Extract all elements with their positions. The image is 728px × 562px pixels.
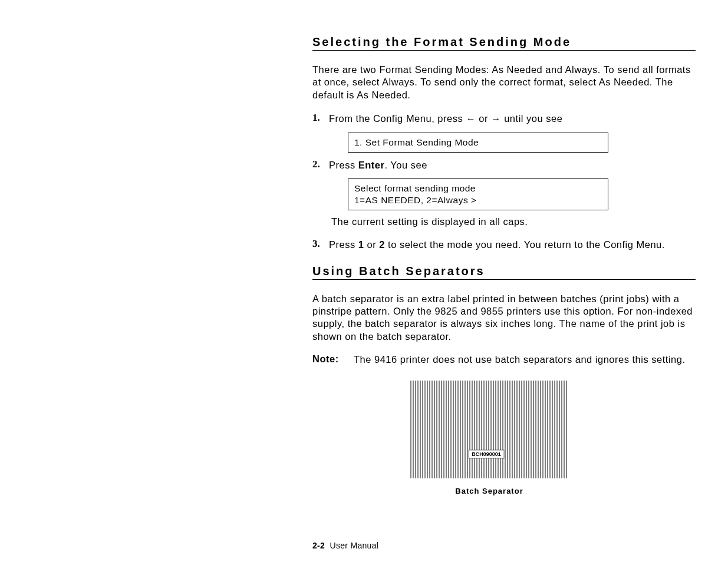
step-3: 3. Press 1 or 2 to select the mode you n… bbox=[312, 238, 696, 251]
intro-paragraph-1: There are two Format Sending Modes: As N… bbox=[312, 64, 696, 101]
step-number: 1. bbox=[312, 112, 329, 125]
footer-title: User Manual bbox=[330, 541, 379, 550]
step-2-note: The current setting is displayed in all … bbox=[331, 216, 696, 227]
step-text: From the Config Menu, press ← or → until… bbox=[329, 112, 696, 125]
figure-caption: Batch Separator bbox=[395, 487, 584, 495]
lcd-line-1: Select format sending mode bbox=[354, 183, 602, 194]
arrow-right-icon: → bbox=[491, 113, 501, 124]
note-block: Note: The 9416 printer does not use batc… bbox=[312, 353, 696, 366]
lcd-display: 1. Set Format Sending Mode bbox=[348, 133, 608, 153]
note-label: Note: bbox=[312, 353, 354, 365]
text: . You see bbox=[384, 160, 427, 170]
batch-separator-figure: BCH090001 Batch Separator bbox=[395, 379, 584, 495]
section-heading-1: Selecting the Format Sending Mode bbox=[312, 35, 696, 51]
text: or bbox=[476, 113, 491, 124]
page-number: 2-2 bbox=[312, 541, 325, 550]
text: From the Config Menu, press bbox=[329, 113, 466, 124]
content-area: Selecting the Format Sending Mode There … bbox=[312, 35, 696, 495]
step-2: 2. Press Enter. You see bbox=[312, 158, 696, 171]
step-1: 1. From the Config Menu, press ← or → un… bbox=[312, 112, 696, 125]
text: until you see bbox=[501, 113, 562, 124]
text: to select the mode you need. You return … bbox=[385, 239, 665, 250]
figure-label-text: BCH090001 bbox=[472, 451, 501, 457]
step-number: 3. bbox=[312, 238, 329, 251]
intro-paragraph-2: A batch separator is an extra label prin… bbox=[312, 293, 696, 343]
key-1: 1 bbox=[358, 239, 364, 250]
display-box-2: Select format sending mode 1=AS NEEDED, … bbox=[348, 178, 696, 210]
key-2: 2 bbox=[379, 239, 385, 250]
step-text: Press 1 or 2 to select the mode you need… bbox=[329, 238, 696, 251]
note-body: The 9416 printer does not use batch sepa… bbox=[354, 353, 696, 366]
text: or bbox=[364, 239, 379, 250]
step-number: 2. bbox=[312, 158, 329, 171]
arrow-left-icon: ← bbox=[466, 113, 476, 124]
page-footer: 2-2 User Manual bbox=[312, 541, 378, 550]
lcd-display: Select format sending mode 1=AS NEEDED, … bbox=[348, 178, 608, 210]
lcd-line-2: 1=AS NEEDED, 2=Always > bbox=[354, 194, 602, 206]
key-enter: Enter bbox=[358, 160, 385, 170]
text: Press bbox=[329, 160, 358, 170]
text: Press bbox=[329, 239, 358, 250]
section-heading-2: Using Batch Separators bbox=[312, 265, 696, 280]
step-text: Press Enter. You see bbox=[329, 158, 696, 171]
pinstripe-label-icon: BCH090001 bbox=[410, 379, 569, 480]
display-box-1: 1. Set Format Sending Mode bbox=[348, 133, 696, 153]
